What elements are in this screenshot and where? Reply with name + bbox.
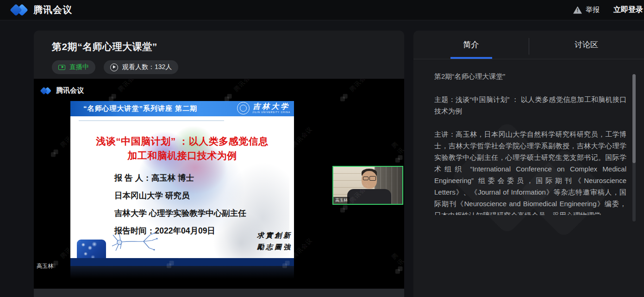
- university-seal-icon: [237, 102, 250, 114]
- slide-speaker-info: 报 告 人：高玉林 博士 日本冈山大学 研究员 吉林大学 心理学实验教学中心副主…: [114, 169, 246, 240]
- panel-tabs: 简介 讨论区: [413, 31, 644, 59]
- tab-divider: [529, 38, 529, 55]
- camera-icon: [58, 65, 65, 70]
- slide-reflection: [70, 266, 294, 279]
- live-status-badge: 直播中: [52, 60, 95, 74]
- slide-footer-bar: [70, 258, 294, 266]
- player-brand-overlay: 腾讯会议: [40, 83, 84, 97]
- viewer-count-badge: 观看人数：132人: [104, 60, 178, 74]
- slide-header-title: “名师心理大讲堂”系列讲座 第二期: [83, 104, 197, 113]
- speaker-webcam: 高玉林: [332, 166, 403, 205]
- panel-scrollbar[interactable]: [632, 74, 636, 221]
- intro-paragraph: 第2期“名师心理大课堂”: [434, 70, 626, 82]
- tab-discussion[interactable]: 讨论区: [529, 31, 644, 59]
- molecule-image: [77, 240, 106, 258]
- presentation-slide: “名师心理大讲堂”系列讲座 第二期 吉林大学 JILIN UNIVERSITY …: [70, 101, 294, 266]
- university-name-cn: 吉林大学: [253, 103, 290, 110]
- player-brand-label: 腾讯会议: [56, 86, 84, 95]
- intro-paragraph: 主题：浅谈“中国脑计划” ： 以人类多感觉信息加工和脑机接口技术为例: [434, 94, 626, 117]
- play-circle-icon: [110, 63, 118, 71]
- intro-paragraph: 主讲：高玉林，日本冈山大学自然科学研究科研究员，工学博士，吉林大学哲学社会学院心…: [434, 128, 626, 215]
- top-navbar: 腾讯会议 ! 举报 立即登录: [0, 0, 644, 20]
- viewer-count-label: 观看人数：132人: [122, 63, 172, 71]
- tencent-meeting-logo-icon: [40, 86, 52, 95]
- speaker-glasses: [363, 177, 369, 180]
- neuron-diagram: [110, 230, 162, 253]
- speaker-torso: [347, 189, 391, 205]
- brand-link[interactable]: 腾讯会议: [10, 2, 72, 18]
- intro-content: 第2期“名师心理大课堂” 主题：浅谈“中国脑计划” ： 以人类多感觉信息加工和脑…: [434, 70, 626, 215]
- slide-header-bar: “名师心理大讲堂”系列讲座 第二期 吉林大学 JILIN UNIVERSITY …: [70, 101, 294, 116]
- tab-intro[interactable]: 简介: [413, 31, 529, 59]
- university-name-en: JILIN UNIVERSITY CHINA: [252, 111, 290, 114]
- university-logo: 吉林大学 JILIN UNIVERSITY CHINA: [237, 102, 290, 114]
- live-card: 第2期“名师心理大课堂” 直播中 观看人数：132人 腾讯会议 “名师心理大讲堂…: [34, 31, 404, 297]
- report-button[interactable]: ! 举报: [573, 6, 600, 14]
- login-button[interactable]: 立即登录: [613, 5, 643, 15]
- slide-title: 浅谈“中国脑计划” ：以人类多感觉信息 加工和脑机接口技术为例: [70, 134, 294, 163]
- video-player[interactable]: 腾讯会议 “名师心理大讲堂”系列讲座 第二期 吉林大学 JILIN UNIVER…: [34, 79, 404, 297]
- speaker-name-tag: 高玉林: [333, 197, 350, 204]
- scrollbar-thumb[interactable]: [632, 74, 636, 163]
- warning-icon: !: [573, 6, 582, 14]
- player-control-bar[interactable]: [34, 289, 404, 297]
- slide-divider: [79, 120, 224, 121]
- live-status-label: 直播中: [69, 63, 89, 71]
- slide-motto: 求實創新 勵志圖強: [257, 230, 292, 253]
- slide-body: 浅谈“中国脑计划” ：以人类多感觉信息 加工和脑机接口技术为例 报 告 人：高玉…: [70, 116, 294, 258]
- info-panel: 简介 讨论区 第2期“名师心理大课堂” 主题：浅谈“中国脑计划” ： 以人类多感…: [413, 31, 644, 297]
- live-header: 第2期“名师心理大课堂” 直播中 观看人数：132人: [34, 31, 404, 79]
- active-tab-underline: [450, 57, 492, 59]
- host-name-label: 高玉林: [37, 262, 53, 270]
- live-title: 第2期“名师心理大课堂”: [52, 40, 404, 53]
- tencent-meeting-logo-icon: [10, 2, 29, 18]
- report-label: 举报: [586, 6, 600, 14]
- brand-name: 腾讯会议: [33, 4, 72, 16]
